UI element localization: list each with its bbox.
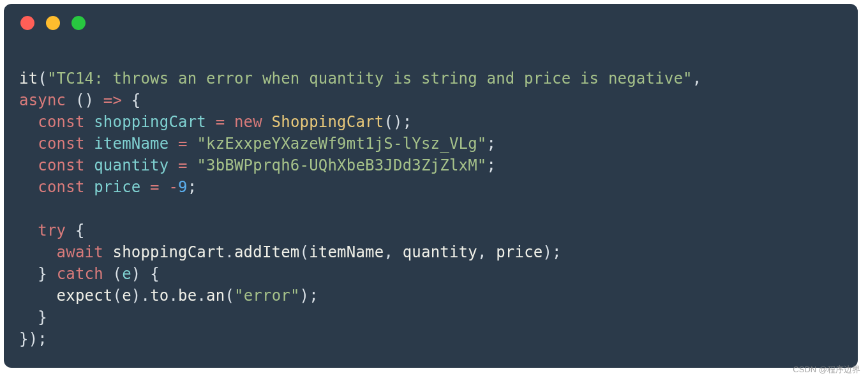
var-cart: shoppingCart: [94, 113, 206, 131]
kw-catch: catch: [57, 265, 103, 283]
code-window: it("TC14: throws an error when quantity …: [4, 4, 858, 368]
kw-const: const: [38, 113, 84, 131]
arrow: =>: [103, 91, 122, 109]
str-quantity: "3bBWPprqh6-UQhXbeB3JDd3ZjZlxM": [197, 156, 486, 174]
num-price: 9: [178, 178, 188, 196]
maximize-icon[interactable]: [71, 16, 86, 30]
var-itemname: itemName: [94, 135, 168, 153]
kw-await: await: [57, 243, 103, 261]
code-block: it("TC14: throws an error when quantity …: [4, 42, 858, 365]
var-price: price: [94, 178, 140, 196]
close-icon[interactable]: [20, 16, 34, 30]
minimize-icon[interactable]: [46, 16, 60, 30]
kw-try: try: [38, 222, 66, 239]
str-error: "error": [234, 287, 300, 305]
fn-expect: expect: [57, 287, 113, 305]
kw-async: async: [19, 91, 66, 109]
window-titlebar: [4, 4, 858, 42]
fn-it: it: [19, 70, 38, 87]
str-itemname: "kzExxpeYXazeWf9mt1jS-lYsz_VLg": [197, 135, 486, 153]
test-description: "TC14: throws an error when quantity is …: [47, 70, 692, 87]
class-cart: ShoppingCart: [272, 113, 384, 131]
watermark: CSDN @程序边界: [793, 364, 860, 375]
var-e: e: [122, 265, 131, 283]
var-quantity: quantity: [94, 156, 168, 174]
method-additem: addItem: [234, 243, 300, 261]
kw-new: new: [234, 113, 262, 131]
